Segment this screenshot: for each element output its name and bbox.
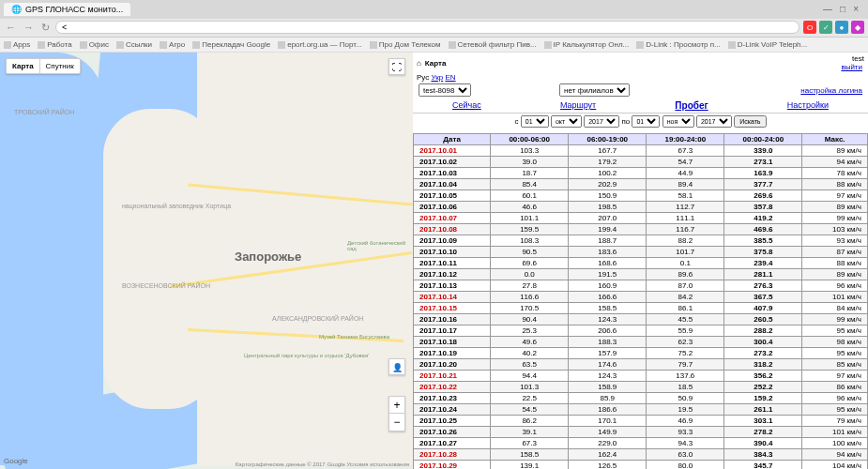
lang-en-link[interactable]: EN xyxy=(445,73,455,82)
tab-mileage[interactable]: Пробег xyxy=(675,100,708,111)
mileage-table: Дата00:00-06:0006:00-19:0019:00-24:0000:… xyxy=(413,133,868,469)
data-cell: 101.7 xyxy=(647,247,724,258)
data-cell: 69.6 xyxy=(491,258,569,269)
date-cell: 2017.10.01 xyxy=(414,145,491,157)
vehicle-select[interactable]: test-8098 xyxy=(419,83,471,97)
login-settings-link[interactable]: настройка логина xyxy=(800,86,862,95)
table-header: 06:00-19:00 xyxy=(569,134,647,145)
data-cell: 124.3 xyxy=(569,314,647,325)
table-row: 2017.10.0239.0179.254.7273.194 км/ч xyxy=(414,157,868,168)
table-row: 2017.10.1725.3206.655.9288.295 км/ч xyxy=(414,325,868,337)
maximize-button[interactable]: □ xyxy=(840,4,845,14)
table-row: 2017.10.08159.5199.4116.7469.6103 км/ч xyxy=(414,224,868,235)
data-cell: 108.3 xyxy=(491,235,569,247)
table-row: 2017.10.14116.6166.684.2367.5101 км/ч xyxy=(414,292,868,303)
data-cell: 18.5 xyxy=(647,382,724,393)
map-type-map[interactable]: Карта xyxy=(7,59,40,73)
bookmark-item[interactable]: eport.org.ua — Порт... xyxy=(278,40,362,49)
bookmark-item[interactable]: Перекладач Google xyxy=(192,40,270,49)
data-cell: 198.5 xyxy=(569,202,647,213)
ext-icon[interactable]: ✓ xyxy=(819,21,832,34)
data-pane: ⌂ Карта test выйти Рус Укр EN test-8098 … xyxy=(413,53,868,469)
table-row: 2017.10.15170.5158.586.1407.984 км/ч xyxy=(414,303,868,314)
district-label: национальный заповедник Хортица xyxy=(122,203,231,210)
data-cell: 103.3 xyxy=(491,145,569,157)
data-cell: 202.9 xyxy=(569,179,647,190)
lang-switch: Рус Укр EN xyxy=(413,73,868,82)
map-pane[interactable]: Запорожье ТРОВСКИЙ РАЙОН национальный за… xyxy=(0,53,413,469)
map-canvas[interactable]: Запорожье ТРОВСКИЙ РАЙОН национальный за… xyxy=(0,53,413,469)
date-cell: 2017.10.16 xyxy=(414,314,491,325)
tab-route[interactable]: Маршрут xyxy=(560,100,596,111)
fullscreen-button[interactable]: ⛶ xyxy=(388,58,405,75)
data-cell: 93.3 xyxy=(647,427,724,438)
bookmark-item[interactable]: Ссылки xyxy=(116,40,152,49)
table-row: 2017.10.2322.585.950.9159.296 км/ч xyxy=(414,393,868,404)
table-header: 00:00-24:00 xyxy=(724,134,802,145)
to-year-select[interactable]: 2017 xyxy=(696,115,732,128)
to-month-select[interactable]: ноя xyxy=(662,115,694,128)
table-row: 2017.10.09108.3188.788.2385.593 км/ч xyxy=(414,235,868,247)
data-cell: 96 км/ч xyxy=(802,393,868,404)
poi-label: Детский ботанический сад xyxy=(347,240,413,251)
data-cell: 345.7 xyxy=(724,461,802,470)
close-button[interactable]: × xyxy=(853,4,859,14)
bookmark-item[interactable]: Агро xyxy=(160,40,185,49)
bookmark-item[interactable]: Apps xyxy=(4,40,30,49)
from-year-select[interactable]: 2017 xyxy=(584,115,619,128)
pegman-icon[interactable]: 👤 xyxy=(388,358,405,375)
forward-button[interactable]: → xyxy=(22,22,36,33)
tab-now[interactable]: Сейчас xyxy=(452,100,481,111)
bookmark-item[interactable]: IP Калькулятор Онл... xyxy=(544,40,630,49)
lang-rus: Рус xyxy=(417,73,429,82)
data-cell: 45.5 xyxy=(647,314,724,325)
reload-button[interactable]: ↻ xyxy=(39,22,52,34)
data-cell: 94 км/ч xyxy=(802,449,868,461)
logout-link[interactable]: выйти xyxy=(841,63,862,71)
map-type-control: Карта Спутник xyxy=(6,58,81,74)
bookmark-item[interactable]: Про Дом Телеком xyxy=(370,40,441,49)
data-cell: 278.2 xyxy=(724,427,802,438)
date-cell: 2017.10.10 xyxy=(414,247,491,258)
data-cell: 18.7 xyxy=(491,168,569,179)
bookmark-item[interactable]: D-Link : Просмотр п... xyxy=(636,40,721,49)
opera-icon[interactable]: O xyxy=(803,21,816,34)
table-row: 2017.10.2454.5186.619.5261.195 км/ч xyxy=(414,404,868,416)
data-cell: 90.5 xyxy=(491,247,569,258)
data-cell: 163.9 xyxy=(724,168,802,179)
data-cell: 25.3 xyxy=(491,325,569,337)
table-row: 2017.10.120.0191.589.6281.189 км/ч xyxy=(414,269,868,280)
lang-ukr-link[interactable]: Укр xyxy=(431,73,443,82)
search-button[interactable] xyxy=(734,115,766,128)
bookmark-item[interactable]: Офис xyxy=(80,40,109,49)
data-cell: 100 км/ч xyxy=(802,438,868,449)
map-type-satellite[interactable]: Спутник xyxy=(40,59,80,73)
data-cell: 159.5 xyxy=(491,224,569,235)
zoom-in-button[interactable]: + xyxy=(389,397,404,414)
ext-icon[interactable]: ● xyxy=(835,21,848,34)
data-cell: 207.0 xyxy=(569,213,647,224)
table-row: 2017.10.2767.3229.094.3390.4100 км/ч xyxy=(414,438,868,449)
date-cell: 2017.10.27 xyxy=(414,438,491,449)
minimize-button[interactable]: — xyxy=(823,4,832,14)
bookmark-item[interactable]: Сетевой фильтр Пив... xyxy=(449,40,537,49)
tab-settings[interactable]: Настройки xyxy=(787,100,829,111)
data-cell: 54.5 xyxy=(491,404,569,416)
bookmark-item[interactable]: D-Link VoIP Teleph... xyxy=(728,40,807,49)
data-cell: 89 км/ч xyxy=(802,202,868,213)
ext-icon[interactable]: ◆ xyxy=(851,21,864,34)
bookmark-favicon-icon xyxy=(636,41,644,49)
browser-tab[interactable]: 🌐 GPS ГЛОНАСС монито... xyxy=(4,3,130,16)
from-month-select[interactable]: окт xyxy=(551,115,582,128)
date-cell: 2017.10.24 xyxy=(414,404,491,416)
branch-select[interactable]: нет филиалов xyxy=(559,83,630,97)
bookmark-item[interactable]: Работа xyxy=(38,40,71,49)
address-row: ← → ↻ < O ✓ ● ◆ xyxy=(0,19,868,38)
zoom-out-button[interactable]: − xyxy=(389,414,404,431)
to-day-select[interactable]: 01 xyxy=(632,115,660,128)
from-day-select[interactable]: 01 xyxy=(521,115,549,128)
date-cell: 2017.10.04 xyxy=(414,179,491,190)
home-icon[interactable]: ⌂ xyxy=(417,59,421,68)
back-button[interactable]: ← xyxy=(4,22,18,33)
address-bar[interactable]: < xyxy=(55,21,799,34)
